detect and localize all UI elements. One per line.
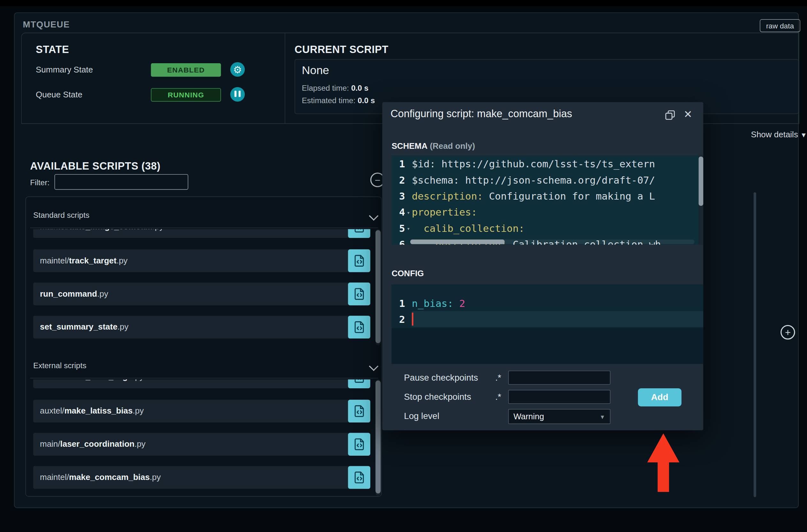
add-script-button[interactable] xyxy=(348,283,370,305)
add-button[interactable]: Add xyxy=(638,388,681,406)
script-file-icon xyxy=(352,404,366,418)
filter-input[interactable] xyxy=(54,174,188,190)
add-script-button[interactable] xyxy=(348,249,370,272)
add-script-button[interactable] xyxy=(348,433,370,456)
script-list-item[interactable]: auxtel/make_latiss_bias.py xyxy=(33,400,370,422)
fold-caret-icon[interactable]: ▾ xyxy=(405,208,412,216)
available-scripts-heading: AVAILABLE SCRIPTS (38) xyxy=(30,160,161,172)
state-heading: STATE xyxy=(36,43,69,55)
chevron-down-icon[interactable] xyxy=(369,361,379,371)
pause-checkpoints-input[interactable] xyxy=(508,371,611,385)
current-script-heading: CURRENT SCRIPT xyxy=(295,43,389,55)
script-file-icon xyxy=(352,229,366,233)
line-number: 2 xyxy=(392,174,405,186)
stop-checkpoints-input[interactable] xyxy=(508,390,611,404)
add-script-button[interactable] xyxy=(348,379,370,388)
pause-icon xyxy=(233,90,242,98)
script-list-item[interactable]: maintel/track_target.py xyxy=(33,249,370,272)
script-list-item-clipped[interactable]: auxtel/latiss_cwfs_align.py xyxy=(33,379,370,388)
plus-icon: + xyxy=(785,327,791,337)
add-script-button[interactable] xyxy=(348,229,370,238)
config-editor[interactable]: 1 n_bias: 2 2 xyxy=(392,285,703,364)
pause-queue-button[interactable] xyxy=(230,87,245,101)
summary-state-badge: ENABLED xyxy=(151,63,221,77)
schema-scrollbar-track xyxy=(699,155,703,245)
line-number: 1 xyxy=(392,297,405,309)
log-level-select[interactable]: Warning ▼ xyxy=(508,409,611,424)
fold-caret-icon[interactable]: ▾ xyxy=(405,224,412,232)
script-list-item[interactable]: run_command.py xyxy=(33,283,370,305)
available-scripts-panel: Standard scripts maintel/take_image_comc… xyxy=(25,196,382,497)
gear-icon: ⚙ xyxy=(233,64,242,74)
horizontal-scrollbar-track xyxy=(410,240,695,244)
chevron-down-icon[interactable] xyxy=(369,211,379,221)
script-file-icon xyxy=(352,379,366,383)
add-script-button[interactable] xyxy=(348,400,370,422)
elapsed-time: Elapsed time: 0.0 s xyxy=(302,83,369,92)
scrollbar-thumb[interactable] xyxy=(375,381,380,494)
schema-heading: SCHEMA (Read only) xyxy=(392,141,475,151)
stop-checkpoints-hint: .* xyxy=(495,392,501,402)
line-number: 2 xyxy=(392,313,405,325)
panel-title: MTQUEUE xyxy=(23,20,70,30)
current-script-name: None xyxy=(302,64,329,77)
script-file-icon xyxy=(352,471,366,484)
modal-title: Configuring script: make_comcam_bias xyxy=(390,108,572,120)
annotation-arrow xyxy=(646,433,680,492)
line-number: 3 xyxy=(392,190,405,202)
line-number: 5 xyxy=(392,222,405,234)
stop-checkpoints-label: Stop checkpoints xyxy=(404,392,471,402)
log-level-label: Log level xyxy=(404,411,439,421)
schema-editor[interactable]: 1 $id: https://github.com/lsst-ts/ts_ext… xyxy=(392,155,699,245)
copy-icon xyxy=(664,110,676,121)
script-list-item[interactable]: main/laser_coordination.py xyxy=(33,433,370,456)
text-cursor xyxy=(412,312,413,326)
configure-script-modal: Configuring script: make_comcam_bias ✕ S… xyxy=(382,102,703,431)
queue-scrollbar[interactable] xyxy=(754,192,756,497)
divider xyxy=(30,228,378,228)
line-number: 6 xyxy=(392,238,405,245)
line-number: 1 xyxy=(392,158,405,169)
screen: MTQUEUE raw data STATE Summary State ENA… xyxy=(0,0,807,532)
filter-label: Filter: xyxy=(30,178,50,187)
raw-data-button[interactable]: raw data xyxy=(760,19,800,32)
script-file-icon xyxy=(352,437,366,451)
expand-queue-icon[interactable]: + xyxy=(781,325,795,339)
line-number: 4 xyxy=(392,206,405,217)
script-file-icon xyxy=(352,287,366,301)
detach-modal-button[interactable] xyxy=(664,110,676,122)
pause-checkpoints-hint: .* xyxy=(495,373,501,383)
divider xyxy=(30,378,378,378)
caret-down-icon: ▼ xyxy=(800,131,807,139)
horizontal-scrollbar-thumb[interactable] xyxy=(410,240,504,244)
add-script-button[interactable] xyxy=(348,466,370,489)
summary-state-label: Summary State xyxy=(36,65,93,75)
minus-icon: − xyxy=(375,175,380,185)
standard-scripts-header[interactable]: Standard scripts xyxy=(33,210,90,220)
script-file-icon xyxy=(352,320,366,334)
close-modal-button[interactable]: ✕ xyxy=(684,109,692,119)
add-script-button[interactable] xyxy=(348,316,370,339)
external-scripts-header[interactable]: External scripts xyxy=(33,361,86,370)
script-list-item-clipped[interactable]: maintel/take_image_comcam.py xyxy=(33,229,370,238)
summary-state-settings-button[interactable]: ⚙ xyxy=(230,62,245,77)
scrollbar-thumb[interactable] xyxy=(375,230,380,343)
estimated-time: Estimated time: 0.0 s xyxy=(302,96,375,105)
schema-scrollbar-thumb[interactable] xyxy=(699,156,703,206)
config-heading: CONFIG xyxy=(392,269,424,279)
queue-state-label: Queue State xyxy=(36,90,82,99)
select-caret-icon: ▼ xyxy=(600,414,605,420)
script-file-icon xyxy=(352,254,366,267)
script-list-item[interactable]: maintel/make_comcam_bias.py xyxy=(33,466,370,489)
pause-checkpoints-label: Pause checkpoints xyxy=(404,373,478,383)
close-icon: ✕ xyxy=(684,108,692,120)
queue-state-badge: RUNNING xyxy=(151,88,221,101)
script-list-item[interactable]: set_summary_state.py xyxy=(33,316,370,339)
os-top-bar xyxy=(0,0,807,6)
divider xyxy=(285,33,285,123)
